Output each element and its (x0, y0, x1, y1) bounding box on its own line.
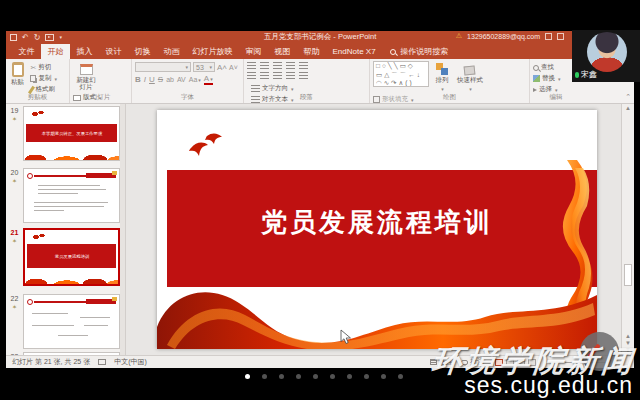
slide-editor-area[interactable]: 党员发展流程培训 (127, 104, 621, 355)
text-direction-button[interactable]: 文字方向 (251, 84, 312, 93)
tab-home[interactable]: 开始 (41, 44, 70, 59)
copy-button[interactable]: 复制 (30, 74, 57, 83)
align-left-icon[interactable] (247, 72, 256, 80)
align-right-icon[interactable] (273, 72, 282, 80)
shared-screen: ↶ ↻ ▾ 五月党支部书记例会 - PowerPoint ⚠ 132965028… (0, 0, 640, 400)
tab-file[interactable]: 文件 (12, 44, 41, 59)
doves-decoration (32, 111, 44, 116)
thumbnail-slide-22[interactable]: 22 ✶ (6, 294, 126, 349)
doves-decoration (33, 234, 45, 239)
group-label-drawing: 绘图 (370, 93, 529, 102)
corner-icon (112, 297, 117, 301)
tab-slideshow[interactable]: 幻灯片放映 (186, 44, 239, 59)
participant-name: 宋鑫 (581, 69, 597, 80)
page-dot (381, 374, 386, 379)
ribbon-tab-bar: 文件 开始 插入 设计 切换 动画 幻灯片放映 审阅 视图 帮助 EndNote… (6, 44, 634, 59)
strikethrough-button[interactable]: S (158, 75, 163, 84)
select-icon (533, 88, 537, 92)
tell-me-search[interactable]: 操作说明搜索 (382, 44, 456, 59)
thumbnail-slide-20[interactable]: 20 ✶ (6, 168, 126, 223)
cut-button[interactable]: ✂剪切 (30, 63, 57, 72)
quick-styles-icon (464, 65, 476, 75)
thumbnail-slide-21-selected[interactable]: 21 ✶ 党员发展流程培训 (6, 228, 126, 286)
tab-transitions[interactable]: 切换 (128, 44, 157, 59)
gear-icon (27, 173, 33, 179)
increase-indent-icon[interactable] (286, 62, 295, 70)
page-dot (262, 374, 267, 379)
find-icon (533, 65, 539, 71)
scrollbar-thumb[interactable] (624, 264, 632, 286)
font-size-select[interactable]: 53▾ (193, 62, 215, 72)
justify-icon[interactable] (286, 72, 295, 80)
animation-star-icon: ✶ (12, 177, 17, 184)
arrange-button[interactable]: 排列 (433, 62, 450, 93)
group-slides: 新建幻灯片 版式 重置 节 幻灯片 (70, 59, 132, 103)
quick-styles-button[interactable]: 快速样式 (455, 65, 485, 93)
tab-animations[interactable]: 动画 (157, 44, 186, 59)
previous-slide-icon[interactable]: ▲ (622, 333, 634, 339)
char-spacing-button[interactable]: AV (177, 76, 186, 83)
group-clipboard: 粘贴 ✂剪切 复制 格式刷 剪贴板 (6, 59, 70, 103)
bold-button[interactable]: B (135, 75, 141, 84)
columns-icon[interactable] (299, 72, 308, 80)
bullets-icon[interactable] (247, 62, 256, 70)
language-status[interactable]: 中文(中国) (114, 357, 147, 367)
tab-endnote[interactable]: EndNote X7 (326, 44, 382, 59)
paste-button[interactable]: 粘贴 (9, 61, 26, 88)
webcam-overlay[interactable]: 宋鑫 (572, 30, 640, 82)
text-shadow-button[interactable]: ab (166, 76, 174, 83)
slide-title[interactable]: 党员发展流程培训 (157, 205, 597, 240)
page-dot (364, 374, 369, 379)
slide-number: 19 (11, 107, 19, 114)
shrink-font-button[interactable]: A˅ (229, 64, 238, 71)
collapse-ribbon-icon[interactable]: ⌃ (625, 93, 631, 101)
decrease-indent-icon[interactable] (273, 62, 282, 70)
new-slide-button[interactable]: 新建幻灯片 (73, 63, 99, 91)
flames-decoration (24, 148, 119, 160)
thumbnail-slide-19[interactable]: 19 ✶ 本学期党员转正、发展工作要求 (6, 106, 126, 161)
search-icon (390, 49, 396, 55)
page-dots[interactable] (245, 374, 403, 379)
page-dot (245, 374, 250, 379)
slide-scrollbar[interactable]: ▲ ▲ ▼▼ (621, 104, 634, 355)
slide-thumbnail-panel[interactable]: 19 ✶ 本学期党员转正、发展工作要求 20 ✶ (6, 104, 126, 355)
slide-number: 22 (11, 295, 19, 302)
thumbnail-scrollbar[interactable] (120, 104, 125, 355)
replace-button[interactable]: 替换 (533, 74, 561, 83)
numbering-icon[interactable] (260, 62, 269, 70)
corner-icon (112, 171, 117, 175)
new-slide-icon (80, 64, 93, 75)
ribbon-options-icon[interactable] (557, 33, 564, 40)
line-spacing-icon[interactable] (299, 62, 308, 70)
account-email[interactable]: 13296502889@qq.com (467, 33, 540, 40)
current-slide-canvas[interactable]: 党员发展流程培训 (157, 110, 597, 349)
align-center-icon[interactable] (260, 72, 269, 80)
ribbon: 粘贴 ✂剪切 复制 格式刷 剪贴板 新建幻灯片 版式 重置 节 幻灯片 ▾ (6, 59, 634, 104)
doves-icon (187, 132, 229, 164)
scroll-up-icon[interactable]: ▲ (622, 105, 634, 111)
tab-review[interactable]: 审阅 (239, 44, 268, 59)
group-label-font: 字体 (132, 93, 243, 102)
underline-button[interactable]: U (149, 75, 155, 84)
change-case-button[interactable]: Aa (189, 76, 201, 83)
tab-view[interactable]: 视图 (268, 44, 297, 59)
italic-button[interactable]: I (144, 75, 146, 84)
group-label-slides: 幻灯片 (70, 93, 131, 102)
find-button[interactable]: 查找 (533, 63, 561, 72)
font-color-button[interactable]: A (204, 74, 213, 85)
font-name-select[interactable]: ▾ (135, 62, 191, 72)
workspace: 19 ✶ 本学期党员转正、发展工作要求 20 ✶ (6, 104, 634, 355)
page-dot (398, 374, 403, 379)
microphone-icon (575, 72, 579, 78)
tab-help[interactable]: 帮助 (297, 44, 326, 59)
tab-design[interactable]: 设计 (99, 44, 128, 59)
page-dot (279, 374, 284, 379)
grow-font-button[interactable]: A˄ (217, 63, 227, 72)
share-icon[interactable] (545, 33, 552, 40)
cut-icon: ✂ (30, 64, 36, 72)
shapes-gallery[interactable]: □○╲╲▭◇ ▭△⌒⌒←↓ ◠∿↷∧() (373, 61, 429, 87)
tab-insert[interactable]: 插入 (70, 44, 99, 59)
slide-counter: 幻灯片 第 21 张, 共 25 张 (12, 357, 90, 367)
silk-ribbon-bottom (157, 275, 597, 349)
page-dot (296, 374, 301, 379)
